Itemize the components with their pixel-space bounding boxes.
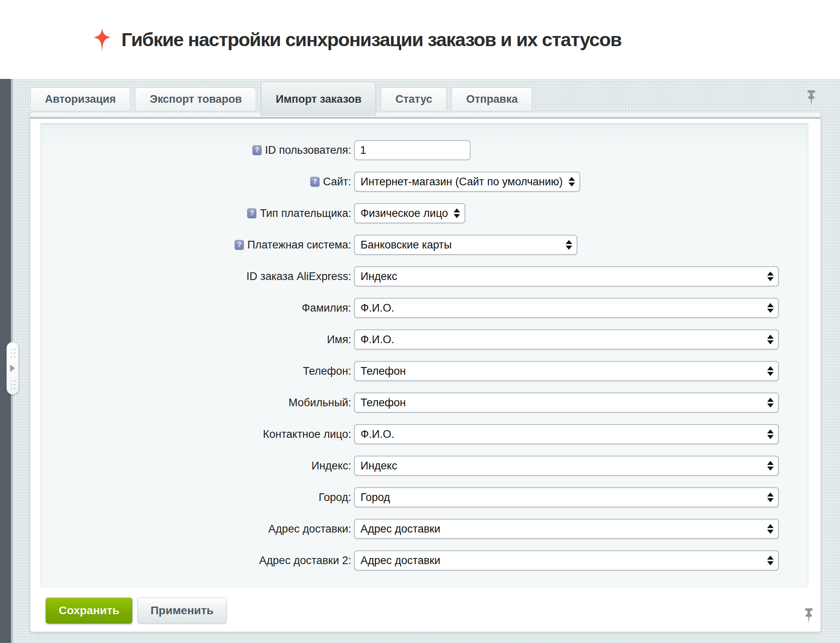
select-arrows-icon	[767, 524, 774, 534]
select-value: Банковские карты	[361, 239, 452, 251]
form-row: Мобильный: Телефон	[41, 387, 808, 418]
select-field[interactable]: Банковские карты	[354, 235, 577, 255]
field-label-cell: ? ID пользователя:	[41, 144, 354, 157]
select-value: Адрес доставки	[361, 523, 440, 535]
select-value: Телефон	[361, 397, 406, 409]
field-label: Город:	[318, 491, 351, 504]
field-label-cell: Город:	[41, 491, 354, 504]
select-arrows-icon	[767, 461, 774, 471]
field-label-cell: Адрес доставки 2:	[41, 554, 354, 567]
form-row: Имя: Ф.И.О.	[41, 324, 808, 355]
form-row: Адрес доставки: Адрес доставки	[41, 513, 808, 545]
tab-label: Импорт заказов	[276, 93, 361, 106]
form-row: ? Тип плательщика: Физическое лицо	[41, 197, 808, 229]
select-field[interactable]: Ф.И.О.	[354, 329, 779, 350]
help-icon[interactable]: ?	[247, 208, 256, 218]
select-value: Физическое лицо	[361, 207, 448, 220]
field-label-cell: ? Платежная система:	[41, 239, 354, 251]
field-label-cell: ID заказа AliExpress:	[41, 270, 354, 283]
form-rows: ? ID пользователя: ? Сайт: Интернет-мага…	[41, 134, 808, 576]
tab-label: Отправка	[466, 93, 518, 106]
pin-icon[interactable]	[803, 608, 815, 625]
select-field[interactable]: Интернет-магазин (Сайт по умолчанию)	[354, 172, 580, 192]
sparkle-icon	[93, 28, 112, 51]
help-icon[interactable]: ?	[235, 240, 244, 250]
select-arrows-icon	[566, 240, 572, 250]
select-arrows-icon	[767, 303, 774, 313]
sidebar-expand-handle[interactable]	[6, 342, 19, 395]
grip-dots-icon	[9, 347, 16, 358]
select-value: Ф.И.О.	[361, 302, 394, 314]
field-label: Адрес доставки:	[268, 523, 351, 535]
select-value: Индекс	[361, 460, 397, 472]
tab-authorization[interactable]: Авторизация	[30, 87, 130, 111]
tab-import-orders[interactable]: Импорт заказов	[261, 82, 376, 116]
form-row: Телефон: Телефон	[41, 355, 808, 387]
select-arrows-icon	[767, 366, 774, 376]
select-arrows-icon	[767, 272, 774, 281]
main-column: Авторизация Экспорт товаров Импорт заказ…	[30, 83, 821, 632]
field-label: ID заказа AliExpress:	[246, 270, 351, 283]
field-label: Адрес доставки 2:	[259, 554, 351, 567]
select-field[interactable]: Адрес доставки	[354, 519, 779, 539]
field-label-cell: ? Сайт:	[41, 176, 354, 188]
field-label-cell: Телефон:	[41, 365, 354, 378]
select-value: Ф.И.О.	[361, 333, 394, 346]
help-icon[interactable]: ?	[310, 177, 319, 187]
select-field[interactable]: Индекс	[354, 266, 779, 286]
form-row: Индекс: Индекс	[41, 450, 808, 482]
grip-dots-icon	[9, 379, 16, 389]
form-row: ? Сайт: Интернет-магазин (Сайт по умолча…	[41, 166, 808, 197]
form-row: ID заказа AliExpress: Индекс	[41, 261, 808, 292]
field-label: Фамилия:	[302, 302, 351, 314]
help-icon[interactable]: ?	[252, 145, 261, 155]
panel-topbar	[30, 112, 821, 119]
select-field[interactable]: Физическое лицо	[354, 203, 465, 223]
field-label: Мобильный:	[288, 397, 351, 409]
tab-label: Экспорт товаров	[150, 93, 242, 106]
select-field[interactable]: Телефон	[354, 361, 779, 381]
select-field[interactable]: Город	[354, 487, 779, 507]
tab-export-products[interactable]: Экспорт товаров	[135, 87, 256, 111]
tab-status[interactable]: Статус	[381, 87, 447, 111]
select-field[interactable]: Адрес доставки	[354, 550, 779, 571]
select-arrows-icon	[568, 177, 575, 187]
field-label-cell: Имя:	[41, 333, 354, 346]
tab-shipping[interactable]: Отправка	[452, 87, 532, 111]
select-field[interactable]: Ф.И.О.	[354, 298, 779, 318]
field-label: Сайт:	[323, 176, 351, 188]
select-arrows-icon	[767, 398, 774, 407]
panel-body: ? ID пользователя: ? Сайт: Интернет-мага…	[30, 119, 821, 632]
workspace: Авторизация Экспорт товаров Импорт заказ…	[0, 79, 840, 643]
page-title: Гибкие настройки синхронизации заказов и…	[121, 28, 622, 51]
field-label-cell: Контактное лицо:	[41, 428, 354, 441]
expand-arrow-icon	[10, 365, 15, 372]
field-label: Платежная система:	[247, 239, 351, 251]
tab-label: Авторизация	[45, 93, 116, 106]
screenshot-root: Гибкие настройки синхронизации заказов и…	[0, 0, 840, 643]
field-label: ID пользователя:	[265, 144, 351, 157]
form-row: Фамилия: Ф.И.О.	[41, 292, 808, 324]
field-label-cell: Фамилия:	[41, 302, 354, 314]
field-label-cell: Индекс:	[41, 460, 354, 472]
form-row: Адрес доставки 2: Адрес доставки	[41, 545, 808, 576]
save-button[interactable]: Сохранить	[46, 598, 132, 624]
button-row: Сохранить Применить	[40, 598, 808, 624]
tab-bar: Авторизация Экспорт товаров Импорт заказ…	[30, 83, 821, 112]
select-field[interactable]: Ф.И.О.	[354, 424, 779, 444]
select-field[interactable]: Индекс	[354, 456, 779, 476]
field-label-cell: Адрес доставки:	[41, 523, 354, 535]
select-arrows-icon	[767, 556, 774, 565]
form-row: Город: Город	[41, 482, 808, 513]
page-header: Гибкие настройки синхронизации заказов и…	[0, 0, 840, 79]
select-field[interactable]: Телефон	[354, 393, 779, 413]
field-label: Имя:	[327, 333, 351, 346]
field-label: Индекс:	[312, 460, 351, 472]
text-input[interactable]	[354, 140, 471, 160]
apply-button[interactable]: Применить	[138, 598, 227, 624]
select-arrows-icon	[767, 429, 774, 439]
settings-panel: ? ID пользователя: ? Сайт: Интернет-мага…	[30, 112, 821, 632]
field-label-cell: ? Тип плательщика:	[41, 207, 354, 220]
field-label: Телефон:	[303, 365, 351, 378]
select-arrows-icon	[767, 492, 774, 502]
